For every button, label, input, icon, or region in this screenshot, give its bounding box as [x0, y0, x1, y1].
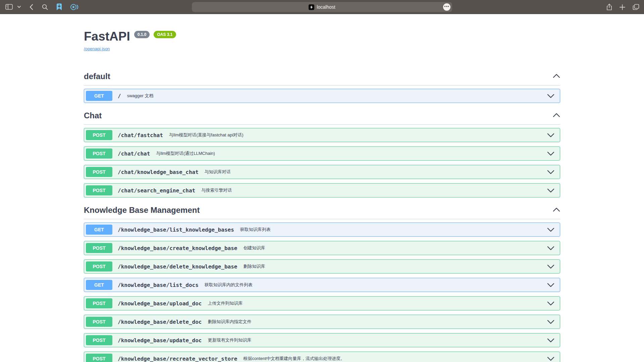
endpoint-row[interactable]: POST/knowledge_base/recreate_vector_stor… — [84, 352, 560, 362]
expand-chevron-down-icon[interactable] — [547, 94, 554, 98]
tag-header[interactable]: default — [84, 72, 560, 85]
swagger-page: FastAPI 0.1.0 OAS 3.1 /openapi.json defa… — [0, 14, 644, 362]
expand-chevron-down-icon[interactable] — [547, 301, 554, 306]
tag-section-knowledge-base-management: Knowledge Base ManagementGET/knowledge_b… — [84, 205, 560, 362]
method-badge[interactable]: POST — [86, 243, 112, 253]
endpoint-row[interactable]: GET/knowledge_base/list_docs获取知识库内的文件列表 — [84, 278, 560, 292]
method-badge[interactable]: POST — [86, 317, 112, 327]
endpoint-row[interactable]: POST/knowledge_base/delete_doc删除知识库内指定文件 — [84, 315, 560, 329]
endpoint-row[interactable]: POST/knowledge_base/update_doc更新现有文件到知识库 — [84, 333, 560, 347]
endpoint-path: /chat/search_engine_chat — [118, 187, 195, 194]
sidebar-chevron-down-icon[interactable] — [17, 6, 21, 8]
endpoint-description: 与llm模型对话(通过LLMChain) — [156, 150, 547, 157]
expand-chevron-down-icon[interactable] — [547, 188, 554, 193]
tag-title: Knowledge Base Management — [84, 205, 200, 215]
search-icon[interactable] — [42, 4, 48, 10]
expand-chevron-down-icon[interactable] — [547, 170, 554, 174]
endpoint-list: GET/swagger 文档 — [84, 85, 560, 103]
endpoint-row[interactable]: POST/knowledge_base/delete_knowledge_bas… — [84, 259, 560, 274]
openapi-spec-link[interactable]: /openapi.json — [84, 46, 110, 51]
endpoint-description: 与搜索引擎对话 — [201, 187, 547, 193]
endpoint-path: /knowledge_base/delete_doc — [118, 319, 202, 325]
endpoint-row[interactable]: POST/chat/knowledge_base_chat与知识库对话 — [84, 165, 560, 179]
endpoint-path: /knowledge_base/list_docs — [118, 282, 199, 288]
method-badge[interactable]: POST — [86, 185, 112, 195]
method-badge[interactable]: POST — [86, 298, 112, 308]
pinned-tab-bookmark-icon[interactable] — [56, 3, 62, 10]
endpoint-description: 删除知识库 — [243, 263, 547, 269]
endpoint-row[interactable]: POST/knowledge_base/upload_doc上传文件到知识库 — [84, 296, 560, 310]
tag-title: default — [84, 72, 110, 81]
method-badge[interactable]: POST — [86, 335, 112, 345]
site-favicon-icon — [309, 4, 314, 10]
endpoint-path: /chat/knowledge_base_chat — [118, 169, 199, 175]
method-badge[interactable]: POST — [86, 354, 112, 362]
endpoint-path: / — [118, 93, 121, 99]
endpoint-description: 根据content中文档重建向量库，流式输出处理进度。 — [243, 356, 547, 362]
pinned-tab-disc-icon[interactable] — [70, 4, 78, 10]
expand-chevron-down-icon[interactable] — [547, 283, 554, 287]
endpoint-path: /knowledge_base/update_doc — [118, 337, 202, 344]
endpoint-row[interactable]: GET/knowledge_base/list_knowledge_bases获… — [84, 223, 560, 237]
endpoint-description: 获取知识库内的文件列表 — [205, 282, 547, 288]
browser-toolbar: localhost ••• — [0, 0, 644, 14]
sections-container: defaultGET/swagger 文档ChatPOST/chat/fastc… — [84, 72, 560, 362]
endpoint-list: GET/knowledge_base/list_knowledge_bases获… — [84, 219, 560, 362]
method-badge[interactable]: GET — [86, 225, 112, 235]
tag-section-chat: ChatPOST/chat/fastchat与llm模型对话(直接与fastch… — [84, 111, 560, 197]
page-options-ellipsis-icon[interactable]: ••• — [443, 3, 450, 11]
tab-overview-icon[interactable] — [633, 4, 639, 10]
endpoint-path: /knowledge_base/upload_doc — [118, 300, 202, 307]
expand-chevron-down-icon[interactable] — [547, 320, 554, 324]
expand-chevron-down-icon[interactable] — [547, 357, 554, 361]
page-title: FastAPI 0.1.0 OAS 3.1 — [84, 29, 560, 44]
expand-chevron-down-icon[interactable] — [547, 246, 554, 250]
address-bar[interactable]: localhost ••• — [192, 2, 452, 12]
method-badge[interactable]: POST — [86, 130, 112, 140]
endpoint-path: /knowledge_base/delete_knowledge_base — [118, 263, 237, 270]
expand-chevron-down-icon[interactable] — [547, 228, 554, 232]
endpoint-description: 删除知识库内指定文件 — [208, 319, 547, 325]
expand-chevron-down-icon[interactable] — [547, 152, 554, 156]
endpoint-path: /chat/fastchat — [118, 132, 163, 138]
endpoint-path: /knowledge_base/list_knowledge_bases — [118, 227, 234, 233]
method-badge[interactable]: GET — [86, 280, 112, 290]
expand-chevron-down-icon[interactable] — [547, 264, 554, 269]
collapse-chevron-up-icon[interactable] — [553, 73, 560, 79]
share-icon[interactable] — [606, 4, 612, 10]
expand-chevron-down-icon[interactable] — [547, 133, 554, 137]
oas-badge: OAS 3.1 — [154, 31, 176, 38]
tag-title: Chat — [84, 111, 102, 120]
endpoint-description: 与llm模型对话(直接与fastchat api对话) — [169, 132, 547, 138]
endpoint-description: swagger 文档 — [127, 93, 547, 99]
endpoint-path: /chat/chat — [118, 150, 150, 157]
expand-chevron-down-icon[interactable] — [547, 338, 554, 343]
api-title-text: FastAPI — [84, 29, 130, 44]
method-badge[interactable]: POST — [86, 261, 112, 272]
endpoint-list: POST/chat/fastchat与llm模型对话(直接与fastchat a… — [84, 125, 560, 197]
method-badge[interactable]: POST — [86, 148, 112, 159]
endpoint-row[interactable]: POST/knowledge_base/create_knowledge_bas… — [84, 241, 560, 255]
endpoint-description: 创建知识库 — [243, 245, 547, 251]
tag-header[interactable]: Knowledge Base Management — [84, 205, 560, 219]
api-header: FastAPI 0.1.0 OAS 3.1 /openapi.json — [84, 14, 560, 52]
back-button-icon[interactable] — [30, 4, 33, 10]
endpoint-description: 上传文件到知识库 — [208, 300, 547, 306]
endpoint-description: 获取知识库列表 — [240, 227, 547, 233]
collapse-chevron-up-icon[interactable] — [553, 207, 560, 213]
url-text: localhost — [317, 4, 335, 10]
new-tab-icon[interactable] — [620, 4, 625, 10]
endpoint-path: /knowledge_base/recreate_vector_store — [118, 356, 237, 362]
tag-header[interactable]: Chat — [84, 111, 560, 125]
endpoint-description: 与知识库对话 — [205, 169, 547, 175]
endpoint-row[interactable]: POST/chat/search_engine_chat与搜索引擎对话 — [84, 183, 560, 197]
endpoint-row[interactable]: GET/swagger 文档 — [84, 89, 560, 103]
endpoint-path: /knowledge_base/create_knowledge_base — [118, 245, 237, 251]
endpoint-row[interactable]: POST/chat/fastchat与llm模型对话(直接与fastchat a… — [84, 128, 560, 142]
sidebar-toggle-icon[interactable] — [5, 4, 13, 10]
endpoint-description: 更新现有文件到知识库 — [208, 337, 547, 343]
endpoint-row[interactable]: POST/chat/chat与llm模型对话(通过LLMChain) — [84, 146, 560, 161]
collapse-chevron-up-icon[interactable] — [553, 113, 560, 119]
method-badge[interactable]: GET — [86, 91, 112, 101]
method-badge[interactable]: POST — [86, 167, 112, 177]
